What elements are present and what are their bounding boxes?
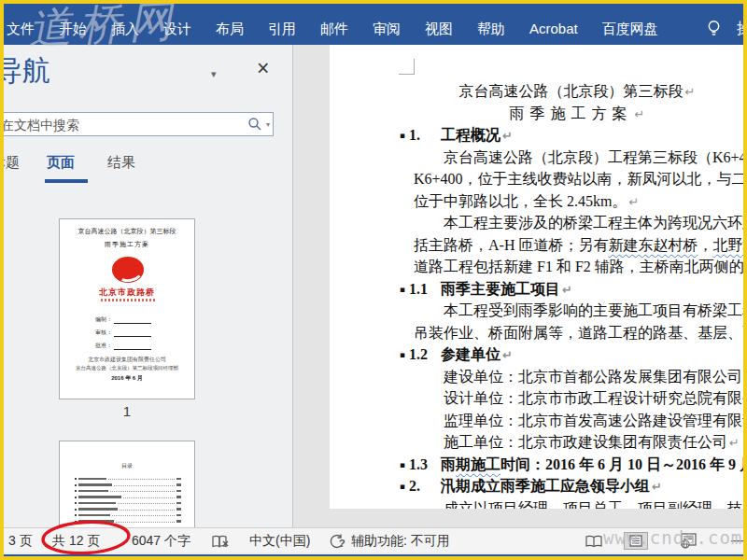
doc-line: K6+400，位于主线收费站以南，新凤河以北，与二标终点相接；设计终点 xyxy=(414,168,743,190)
thumb-toc-entry xyxy=(75,520,181,524)
doc-line: 位于中郭路以北，全长 2.45km。↵ xyxy=(414,190,743,213)
watermark-site-url: www.cnda.com xyxy=(603,527,742,548)
search-icon[interactable] xyxy=(247,117,262,135)
tell-me-lightbulb-icon[interactable] xyxy=(707,20,721,41)
thumb-cover-title1: 京台高速公路（北京段）第三标段 xyxy=(60,227,194,236)
doc-line: ▪1.3雨期施工时间：2016 年 6 月 10 日～2016 年 9 月 15… xyxy=(400,454,743,476)
heading-number: 1.2 xyxy=(409,343,441,366)
doc-line: 设计单位：北京市市政工程设计研究总院有限公司↵ xyxy=(444,387,743,410)
status-current-page[interactable]: 3 页 xyxy=(8,528,33,553)
nav-tab-headings[interactable]: 标题 xyxy=(4,154,20,172)
thumb-toc-entry xyxy=(75,496,181,499)
document-text[interactable]: 京台高速公路（北京段）第三标段↵雨季施工方案↵▪1.工程概况↵京台高速公路（北京… xyxy=(400,80,743,509)
watermark-daoqiao: 道桥网 xyxy=(26,0,180,58)
cover-footer-company: 北京市政建设集团有限责任公司 xyxy=(60,356,194,364)
paragraph-mark: ↵ xyxy=(502,129,513,143)
doc-line: 雨季施工方案↵ xyxy=(400,103,743,125)
ribbon-tab-邮件[interactable]: 邮件 xyxy=(308,20,360,37)
doc-line: 施工单位：北京市政建设集团有限责任公司↵ xyxy=(444,431,743,454)
ribbon-tab-审阅[interactable]: 审阅 xyxy=(360,20,413,37)
doc-line: 京台高速公路（北京段）工程第三标段（K6+400～K8+850）起点 xyxy=(444,147,743,169)
cover-footer-project: 京台高速公路（北京段）第三标段项目经理部 xyxy=(60,365,194,371)
paragraph-mark: ↵ xyxy=(635,107,651,121)
status-word-count[interactable]: 6047 个字 xyxy=(132,528,190,553)
ribbon-tab-引用[interactable]: 引用 xyxy=(256,20,308,37)
thumb-cover-title2: 雨季施工方案 xyxy=(60,240,194,249)
doc-line: ▪1.1雨季主要施工项目↵ xyxy=(400,278,743,301)
heading-number: 1.1 xyxy=(409,278,441,301)
heading-bullet-icon: ▪ xyxy=(400,350,405,359)
status-total-pages[interactable]: 共 12 页 xyxy=(52,528,100,553)
ribbon-tab-视图[interactable]: 视图 xyxy=(413,20,465,37)
paragraph-mark: ↵ xyxy=(628,195,639,209)
document-page[interactable]: 京台高速公路（北京段）第三标段↵雨季施工方案↵▪1.工程概况↵京台高速公路（北京… xyxy=(330,45,743,509)
status-accessibility[interactable]: 辅助功能: 不可用 xyxy=(351,528,450,553)
thumb-toc-heading: 目录 xyxy=(60,462,194,470)
heading-number: 1. xyxy=(409,124,441,147)
cover-field-bianzhi: 编制： xyxy=(95,315,151,324)
doc-line: ▪2.汛期成立雨季施工应急领导小组↵ xyxy=(400,475,743,497)
heading-bullet-icon: ▪ xyxy=(400,285,405,294)
heading-number: 2. xyxy=(409,475,441,497)
page-thumbnail-1[interactable]: 京台高速公路（北京段）第三标段 雨季施工方案 北京市政路桥 编制： 审核： 批准… xyxy=(59,218,195,399)
heading-bullet-icon: ▪ xyxy=(400,482,405,491)
thumb-toc-entry xyxy=(75,508,181,511)
window-bottom-edge xyxy=(4,554,743,556)
ribbon-tab-帮助[interactable]: 帮助 xyxy=(465,20,517,37)
page-thumbnail-1-number: 1 xyxy=(59,403,195,419)
thumb-toc-entry xyxy=(75,477,181,481)
tell-me-search-label-partial[interactable]: 操 xyxy=(737,20,747,37)
heading-bullet-icon: ▪ xyxy=(400,131,405,140)
doc-line: 京台高速公路（北京段）第三标段↵ xyxy=(400,80,743,103)
svg-text:?: ? xyxy=(339,538,345,549)
thumb-toc-entry xyxy=(75,513,181,517)
ribbon-tab-Acrobat[interactable]: Acrobat xyxy=(517,20,590,37)
company-logo-icon xyxy=(112,257,144,283)
doc-line: 监理单位：北京市首发高速公路建设管理有限责任公司↵ xyxy=(444,410,743,432)
spellcheck-wavy-underline: 新建东赵村桥 xyxy=(608,237,698,253)
paragraph-mark: ↵ xyxy=(502,348,513,362)
ribbon-tab-布局[interactable]: 布局 xyxy=(204,20,256,37)
doc-line: 吊装作业、桥面附属等，道路工程的路基、基层、面层、排水工程及附属 xyxy=(414,322,743,344)
doc-line: 成立以项目经理、项目总工、项目副经理、技质部、工程部、物资 xyxy=(444,497,743,510)
doc-line: 道路工程包括新建 F1 和 F2 辅路，主桥南北两侧的主路及排水边沟等 xyxy=(414,256,743,278)
cover-footer-date: 2016 年 6 月 xyxy=(60,374,194,383)
thumb-toc-entry xyxy=(75,489,181,493)
paragraph-mark: ↵ xyxy=(729,436,740,450)
nav-tab-results[interactable]: 结果 xyxy=(107,154,135,172)
doc-line: 本工程受到雨季影响的主要施工项目有桥梁工程的承台、墩柱、梁体 xyxy=(444,300,743,322)
status-language[interactable]: 中文(中国) xyxy=(249,528,310,553)
ribbon-tab-百度网盘[interactable]: 百度网盘 xyxy=(590,20,670,37)
read-mode-icon[interactable] xyxy=(585,532,603,556)
thumb-toc-entry xyxy=(75,483,181,487)
doc-line: ▪1.2参建单位↵ xyxy=(400,343,743,366)
active-tab-underline xyxy=(45,179,88,183)
paragraph-mark: ↵ xyxy=(652,480,662,494)
paragraph-mark: ↵ xyxy=(685,85,696,99)
doc-line: 建设单位：北京市首都公路发展集团有限公司↵ xyxy=(444,366,743,388)
spellcheck-wavy-underline: 期施工 xyxy=(456,456,500,472)
navigation-pane-close-icon[interactable]: × xyxy=(257,58,269,79)
nav-tab-pages[interactable]: 页面 xyxy=(47,154,75,172)
navigation-pane-menu-caret-icon[interactable]: ▾ xyxy=(211,68,217,80)
document-search-input[interactable]: 在文档中搜索 ▾ xyxy=(4,112,274,136)
doc-line: 括主路桥，A-H 匝道桥；另有新建东赵村桥，北野场灌渠桥，ZK8+140 xyxy=(414,234,743,257)
paragraph-mark: ↵ xyxy=(562,283,572,297)
navigation-pane-title: 导航 xyxy=(4,52,50,91)
company-logo-subtitle xyxy=(101,299,155,301)
heading-number: 1.3 xyxy=(409,454,441,476)
thumb-toc-entry xyxy=(75,501,181,505)
word-window: 文件开始插入设计布局引用邮件审阅视图帮助Acrobat百度网盘 操 导航 ▾ ×… xyxy=(0,0,747,560)
search-options-caret-icon[interactable]: ▾ xyxy=(266,120,270,129)
cover-field-shenhe: 审核： xyxy=(95,328,151,337)
spellcheck-wavy-underline: 北野场灌渠桥 xyxy=(712,237,743,253)
heading-bullet-icon: ▪ xyxy=(400,460,405,469)
text-boundary-crop-mark xyxy=(399,59,415,75)
company-logo-text: 北京市政路桥 xyxy=(60,287,194,299)
document-area: 京台高速公路（北京段）第三标段↵雨季施工方案↵▪1.工程概况↵京台高速公路（北京… xyxy=(293,45,743,527)
navigation-pane: 导航 ▾ × 在文档中搜索 ▾ 标题 页面 结果 京台高速公路（北京段）第三标段… xyxy=(4,45,293,527)
page-thumbnail-2[interactable]: 目录 xyxy=(59,441,195,527)
search-placeholder: 在文档中搜索 xyxy=(4,118,79,134)
cover-field-pizhun: 批准： xyxy=(95,341,151,350)
doc-line: ▪1.工程概况↵ xyxy=(400,124,743,147)
